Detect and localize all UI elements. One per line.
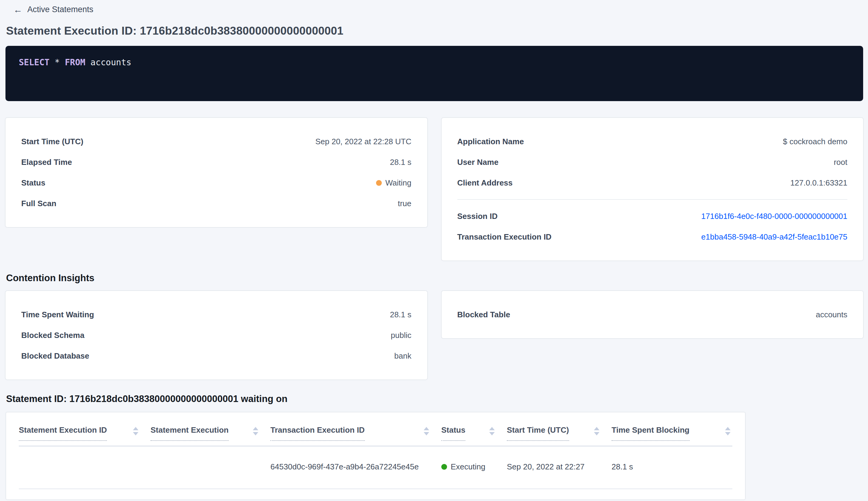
column-header-status[interactable]: Status — [441, 425, 507, 441]
status-value: Waiting — [376, 178, 412, 188]
blocked-table-value: accounts — [816, 310, 847, 319]
table-row: 64530d0c-969f-437e-a9b4-26a72245e45e Exe… — [19, 446, 733, 489]
contention-waiting-card: Time Spent Waiting 28.1 s Blocked Schema… — [6, 291, 427, 380]
sort-icon[interactable] — [133, 427, 138, 435]
transaction-execution-id-label: Transaction Execution ID — [457, 232, 552, 242]
blocked-schema-label: Blocked Schema — [21, 331, 84, 340]
column-label: Time Spent Blocking — [611, 425, 690, 441]
column-header-time-spent-blocking[interactable]: Time Spent Blocking — [611, 425, 733, 441]
waiting-on-table: Statement Execution ID Statement Executi… — [6, 412, 745, 500]
status-waiting-dot-icon — [376, 180, 382, 186]
sort-icon[interactable] — [489, 427, 495, 435]
user-name-row: User Name root — [457, 152, 848, 172]
table-header-row: Statement Execution ID Statement Executi… — [19, 425, 733, 446]
application-name-value: $ cockroach demo — [783, 137, 847, 146]
contention-cards-row: Time Spent Waiting 28.1 s Blocked Schema… — [6, 291, 863, 380]
time-spent-waiting-value: 28.1 s — [390, 310, 412, 319]
start-time-label: Start Time (UTC) — [21, 137, 84, 146]
time-spent-waiting-row: Time Spent Waiting 28.1 s — [21, 304, 412, 325]
session-id-link[interactable]: 1716b1f6-4e0c-f480-0000-000000000001 — [701, 212, 847, 221]
full-scan-label: Full Scan — [21, 199, 56, 208]
column-header-start-time[interactable]: Start Time (UTC) — [507, 425, 611, 441]
waiting-on-heading: Statement ID: 1716b218dc0b38380000000000… — [6, 394, 863, 404]
sql-statement-box: SELECT * FROM accounts — [6, 46, 863, 101]
blocked-table-row: Blocked Table accounts — [457, 304, 848, 325]
card-divider — [457, 199, 848, 200]
back-link-label: Active Statements — [27, 5, 94, 14]
session-id-row: Session ID 1716b1f6-4e0c-f480-0000-00000… — [457, 206, 848, 226]
column-header-statement-execution[interactable]: Statement Execution — [151, 425, 270, 441]
application-name-row: Application Name $ cockroach demo — [457, 131, 848, 152]
user-name-value: root — [834, 158, 847, 167]
back-arrow-icon: ← — [13, 5, 22, 14]
session-overview-card: Application Name $ cockroach demo User N… — [442, 118, 864, 260]
sort-icon[interactable] — [253, 427, 258, 435]
session-id-label: Session ID — [457, 212, 498, 221]
column-label: Statement Execution — [151, 425, 229, 441]
column-label: Statement Execution ID — [19, 425, 107, 441]
client-address-label: Client Address — [457, 178, 513, 188]
status-label: Status — [21, 178, 45, 188]
column-label: Transaction Execution ID — [270, 425, 365, 441]
elapsed-time-value: 28.1 s — [390, 158, 412, 167]
page-title: Statement Execution ID: 1716b218dc0b3838… — [6, 24, 863, 38]
application-name-label: Application Name — [457, 137, 524, 146]
status-waiting-text: Waiting — [386, 178, 412, 188]
statement-overview-card: Start Time (UTC) Sep 20, 2022 at 22:28 U… — [6, 118, 427, 227]
elapsed-time-label: Elapsed Time — [21, 158, 72, 167]
blocked-database-row: Blocked Database bank — [21, 345, 412, 366]
sql-star: * — [50, 57, 65, 67]
status-executing-dot-icon — [441, 464, 447, 470]
full-scan-row: Full Scan true — [21, 193, 412, 214]
contention-insights-heading: Contention Insights — [6, 273, 863, 284]
blocked-database-value: bank — [394, 351, 411, 361]
sort-icon[interactable] — [725, 427, 730, 435]
elapsed-time-row: Elapsed Time 28.1 s — [21, 152, 412, 172]
user-name-label: User Name — [457, 158, 499, 167]
blocked-table-label: Blocked Table — [457, 310, 510, 319]
back-link[interactable]: ← Active Statements — [13, 5, 94, 14]
blocked-schema-value: public — [391, 331, 412, 340]
start-time-row: Start Time (UTC) Sep 20, 2022 at 22:28 U… — [21, 131, 412, 152]
status-executing-text: Executing — [451, 462, 485, 471]
transaction-execution-id-row: Transaction Execution ID e1bba458-5948-4… — [457, 226, 848, 247]
sql-keyword-from: FROM — [65, 57, 85, 67]
column-header-statement-execution-id[interactable]: Statement Execution ID — [19, 425, 151, 441]
statement-execution-details-page: ← Active Statements Statement Execution … — [0, 0, 868, 500]
sort-icon[interactable] — [424, 427, 429, 435]
transaction-execution-id-link[interactable]: e1bba458-5948-40a9-a42f-5feac1b10e75 — [701, 232, 847, 242]
column-label: Status — [441, 425, 465, 441]
column-label: Start Time (UTC) — [507, 425, 569, 441]
start-time-value: Sep 20, 2022 at 22:28 UTC — [315, 137, 412, 146]
sort-icon[interactable] — [594, 427, 599, 435]
cell-transaction-execution-id: 64530d0c-969f-437e-a9b4-26a72245e45e — [270, 462, 441, 471]
column-header-transaction-execution-id[interactable]: Transaction Execution ID — [270, 425, 441, 441]
client-address-row: Client Address 127.0.0.1:63321 — [457, 172, 848, 193]
client-address-value: 127.0.0.1:63321 — [790, 178, 847, 188]
full-scan-value: true — [398, 199, 412, 208]
overview-cards-row: Start Time (UTC) Sep 20, 2022 at 22:28 U… — [6, 118, 863, 260]
blocked-database-label: Blocked Database — [21, 351, 89, 361]
blocked-schema-row: Blocked Schema public — [21, 325, 412, 345]
sql-table-name: accounts — [85, 57, 131, 67]
blocked-table-card: Blocked Table accounts — [442, 291, 864, 338]
sql-keyword-select: SELECT — [19, 57, 50, 67]
cell-start-time: Sep 20, 2022 at 22:27 — [507, 462, 611, 471]
status-row: Status Waiting — [21, 172, 412, 193]
cell-time-spent-blocking: 28.1 s — [611, 462, 733, 471]
cell-status: Executing — [441, 462, 507, 471]
time-spent-waiting-label: Time Spent Waiting — [21, 310, 94, 319]
